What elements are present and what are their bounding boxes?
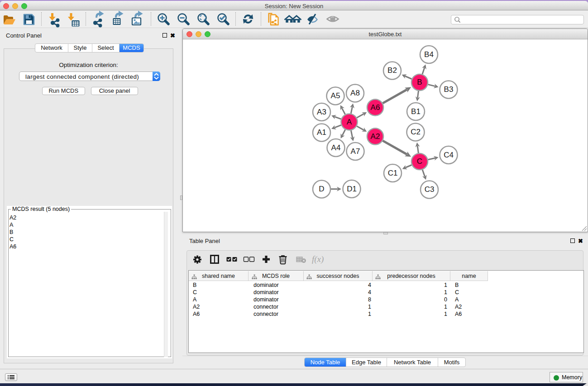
svg-text:B: B <box>417 78 422 86</box>
svg-text:A: A <box>347 118 352 126</box>
svg-text:A2: A2 <box>371 132 380 141</box>
svg-text:D: D <box>319 185 324 193</box>
svg-text:A1: A1 <box>317 128 326 137</box>
svg-text:C1: C1 <box>388 169 398 177</box>
svg-text:C3: C3 <box>425 185 435 194</box>
svg-text:A6: A6 <box>371 103 380 112</box>
svg-text:C: C <box>417 157 422 166</box>
svg-text:C2: C2 <box>411 128 421 136</box>
svg-text:B3: B3 <box>444 85 454 94</box>
svg-text:A5: A5 <box>331 91 340 100</box>
svg-text:B4: B4 <box>424 50 434 59</box>
svg-text:B1: B1 <box>411 107 421 116</box>
svg-text:A8: A8 <box>350 89 360 97</box>
svg-text:A3: A3 <box>317 108 326 116</box>
svg-text:A7: A7 <box>351 147 360 156</box>
svg-text:B2: B2 <box>387 66 397 75</box>
svg-text:A4: A4 <box>331 143 341 152</box>
svg-text:D1: D1 <box>347 185 357 193</box>
svg-text:C4: C4 <box>444 151 454 159</box>
